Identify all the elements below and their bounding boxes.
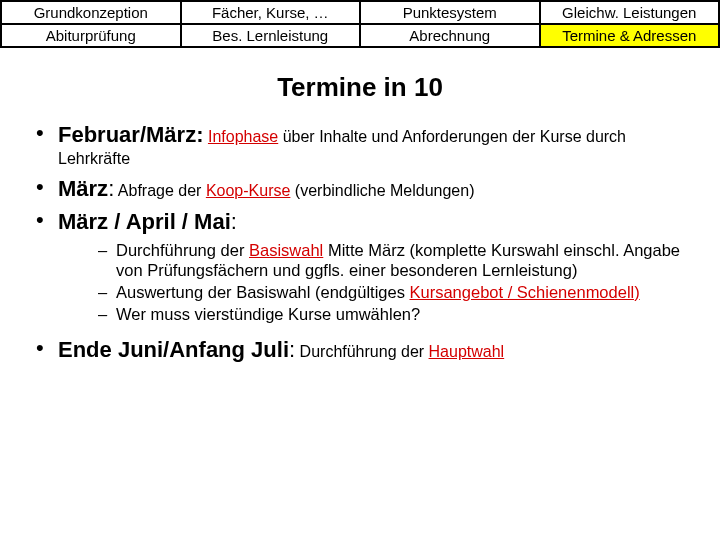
tab-gleichw-leistungen[interactable]: Gleichw. Leistungen	[540, 1, 720, 24]
highlight-infophase: Infophase	[208, 128, 278, 145]
page-title: Termine in 10	[0, 72, 720, 103]
tab-punktesystem[interactable]: Punktesystem	[360, 1, 540, 24]
sub-text: Durchführung der	[116, 241, 249, 259]
sub-text: Auswertung der Basiswahl (endgültiges	[116, 283, 410, 301]
list-item: März / April / Mai: Durchführung der Bas…	[36, 208, 700, 330]
tab-abiturpruefung[interactable]: Abiturprüfung	[1, 24, 181, 47]
list-item: Ende Juni/Anfang Juli: Durchführung der …	[36, 336, 700, 364]
tab-bes-lernleistung[interactable]: Bes. Lernleistung	[181, 24, 361, 47]
item-body-text: Abfrage der	[118, 182, 206, 199]
tab-abrechnung[interactable]: Abrechnung	[360, 24, 540, 47]
lead-maerz-april-mai: März / April / Mai:	[58, 209, 237, 234]
item-body-text: (verbindliche Meldungen)	[290, 182, 474, 199]
lead-maerz: März:	[58, 176, 114, 201]
sub-list: Durchführung der Basiswahl Mitte März (k…	[58, 236, 700, 331]
item-body: Durchführung der Hauptwahl	[300, 343, 505, 360]
highlight-koop-kurse: Koop-Kurse	[206, 182, 291, 199]
tab-termine-adressen[interactable]: Termine & Adressen	[540, 24, 720, 47]
highlight-kursangebot-schienenmodell: Kursangebot / Schienenmodell)	[410, 283, 640, 301]
list-item: Februar/März: Infophase über Inhalte und…	[36, 121, 700, 169]
item-body: Abfrage der Koop-Kurse (verbindliche Mel…	[118, 182, 475, 199]
highlight-hauptwahl: Hauptwahl	[429, 343, 505, 360]
item-body-text: Durchführung der	[300, 343, 429, 360]
sub-list-item: Durchführung der Basiswahl Mitte März (k…	[98, 240, 690, 280]
bullet-list: Februar/März: Infophase über Inhalte und…	[0, 121, 720, 364]
list-item: März: Abfrage der Koop-Kurse (verbindlic…	[36, 175, 700, 203]
highlight-basiswahl: Basiswahl	[249, 241, 323, 259]
lead-februar-maerz: Februar/März:	[58, 122, 203, 147]
sub-list-item: Wer muss vierstündige Kurse umwählen?	[98, 304, 690, 324]
tab-faecher-kurse[interactable]: Fächer, Kurse, …	[181, 1, 361, 24]
tab-grundkonzeption[interactable]: Grundkonzeption	[1, 1, 181, 24]
sub-list-item: Auswertung der Basiswahl (endgültiges Ku…	[98, 282, 690, 302]
tab-bar: Grundkonzeption Fächer, Kurse, … Punktes…	[0, 0, 720, 48]
lead-ende-juni-anfang-juli: Ende Juni/Anfang Juli:	[58, 337, 295, 362]
